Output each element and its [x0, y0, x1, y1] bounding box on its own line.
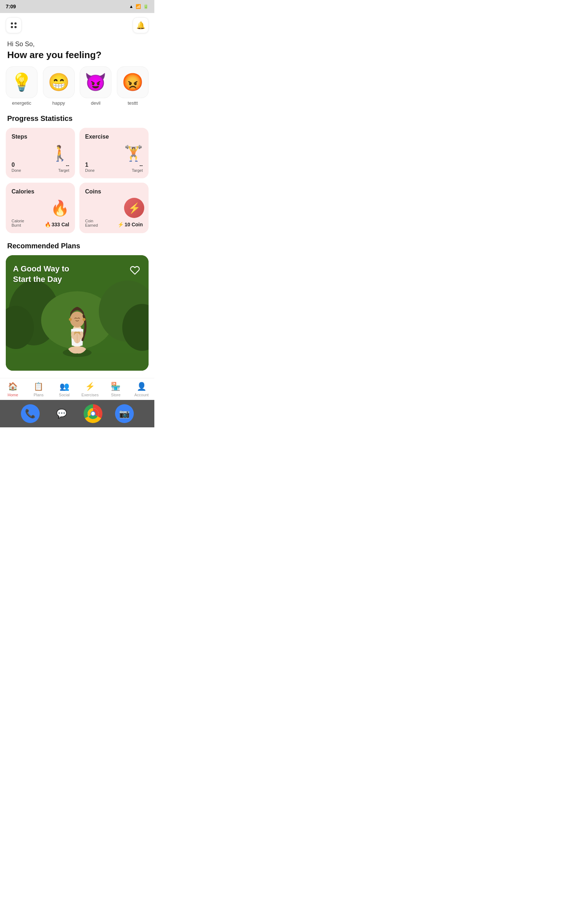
nav-label-exercises: Exercises: [82, 393, 99, 397]
battery-icon: 🔋: [143, 4, 148, 9]
nav-item-exercises[interactable]: ⚡ Exercises: [79, 382, 101, 397]
nav-icon-store: 🏪: [111, 382, 121, 391]
svg-point-17: [91, 412, 95, 415]
calories-target: 🔥 333 Cal: [45, 221, 69, 228]
stat-card-coins[interactable]: Coins ⚡ CoinEarned ⚡ 10 Coin: [79, 183, 148, 233]
plans-section: Recommended Plans: [0, 242, 154, 378]
status-bar: 7:09 ▲ 📶 🔋: [0, 0, 154, 13]
nav-item-store[interactable]: 🏪 Store: [105, 382, 127, 397]
dock-button-messages[interactable]: 💬: [52, 404, 71, 423]
exercise-target-value: --: [132, 162, 143, 168]
bell-icon: 🔔: [136, 21, 145, 30]
mood-emoji-energetic: 💡: [6, 66, 37, 98]
stat-title-calories: Calories: [11, 188, 69, 195]
svg-point-10: [70, 312, 84, 327]
mood-emoji-happy: 😁: [43, 66, 75, 98]
top-bar: 🔔: [0, 13, 154, 37]
stat-title-coins: Coins: [85, 188, 143, 195]
nav-label-social: Social: [59, 393, 69, 397]
dock-button-phone[interactable]: 📞: [21, 404, 40, 423]
svg-point-11: [69, 318, 72, 321]
nav-icon-home: 🏠: [8, 382, 18, 391]
stat-card-steps[interactable]: Steps 🚶 0 Done -- Target: [6, 128, 75, 178]
mood-item-energetic[interactable]: 💡 energetic: [6, 66, 37, 106]
wifi-icon: ▲: [129, 4, 134, 9]
coins-amount: 10 Coin: [124, 221, 143, 228]
coins-target: ⚡ 10 Coin: [118, 221, 143, 228]
recommended-title: Recommended Plans: [0, 242, 154, 255]
greeting-section: Hi So So, How are you feeling?: [0, 37, 154, 66]
exercise-icon: 🏋️: [124, 144, 143, 162]
system-dock: 📞💬 📷: [0, 400, 154, 427]
greeting-sub: Hi So So,: [7, 40, 147, 48]
plan-card-title: A Good Way toStart the Day: [13, 264, 69, 284]
nav-item-social[interactable]: 👥 Social: [53, 382, 75, 397]
mood-section: 💡 energetic 😁 happy 😈 devil 😡 testtt: [0, 66, 154, 115]
steps-target: -- Target: [58, 162, 69, 173]
plan-card[interactable]: A Good Way toStart the Day: [6, 255, 148, 371]
bottom-navigation: 🏠 Home 📋 Plans 👥 Social ⚡ Exercises 🏪 St…: [0, 378, 154, 400]
greeting-main: How are you feeling?: [7, 50, 147, 61]
nav-label-store: Store: [111, 393, 121, 397]
status-icons: ▲ 📶 🔋: [129, 4, 148, 9]
mood-item-testtt[interactable]: 😡 testtt: [117, 66, 148, 106]
steps-done-value: 0: [11, 162, 21, 168]
nav-icon-plans: 📋: [34, 382, 43, 391]
steps-done: 0 Done: [11, 162, 21, 173]
steps-target-value: --: [58, 162, 69, 168]
nav-label-plans: Plans: [34, 393, 44, 397]
fire-icon-small: 🔥: [45, 221, 51, 228]
coins-icon: ⚡: [124, 198, 144, 218]
dock-button-camera[interactable]: 📷: [115, 404, 134, 423]
mood-label-devil: devil: [91, 100, 101, 106]
stats-grid: Steps 🚶 0 Done -- Target Exercise 🏋️: [0, 128, 154, 242]
dock-button-chrome[interactable]: [84, 404, 102, 423]
nav-label-account: Account: [134, 393, 148, 397]
stat-title-exercise: Exercise: [85, 134, 143, 140]
nav-label-home: Home: [8, 393, 18, 397]
favorite-button[interactable]: [128, 264, 141, 277]
exercise-target: -- Target: [132, 162, 143, 173]
notification-button[interactable]: 🔔: [133, 17, 148, 33]
nav-item-home[interactable]: 🏠 Home: [2, 382, 24, 397]
nav-icon-social: 👥: [60, 382, 69, 391]
stat-card-calories[interactable]: Calories 🔥 CalorieBurnt 🔥 333 Cal: [6, 183, 75, 233]
coin-icon-small: ⚡: [118, 221, 124, 228]
stat-title-steps: Steps: [11, 134, 69, 140]
exercise-done-value: 1: [85, 162, 95, 168]
status-time: 7:09: [6, 3, 16, 10]
progress-title: Progress Statistics: [0, 115, 154, 128]
mood-item-happy[interactable]: 😁 happy: [43, 66, 75, 106]
mood-label-energetic: energetic: [12, 100, 31, 106]
calories-value: 🔥 333 Cal: [45, 221, 69, 228]
calories-icon: 🔥: [50, 199, 69, 217]
nav-item-plans[interactable]: 📋 Plans: [28, 382, 49, 397]
svg-point-12: [82, 318, 85, 321]
coins-value: ⚡ 10 Coin: [118, 221, 143, 228]
exercise-done: 1 Done: [85, 162, 95, 173]
calories-amount: 333 Cal: [52, 221, 69, 228]
coins-done: CoinEarned: [85, 219, 98, 228]
stat-card-exercise[interactable]: Exercise 🏋️ 1 Done -- Target: [79, 128, 148, 178]
steps-icon: 🚶: [50, 144, 69, 162]
mood-emoji-devil: 😈: [80, 66, 111, 98]
mood-item-devil[interactable]: 😈 devil: [80, 66, 111, 106]
nav-icon-exercises: ⚡: [85, 382, 95, 391]
mood-emoji-testtt: 😡: [117, 66, 148, 98]
menu-dots-icon: [11, 23, 16, 28]
nav-icon-account: 👤: [137, 382, 147, 391]
nav-item-account[interactable]: 👤 Account: [131, 382, 152, 397]
signal-icon: 📶: [135, 4, 141, 9]
menu-button[interactable]: [6, 17, 22, 33]
mood-label-testtt: testtt: [128, 100, 138, 106]
mood-label-happy: happy: [52, 100, 65, 106]
calories-done: CalorieBurnt: [11, 219, 24, 228]
